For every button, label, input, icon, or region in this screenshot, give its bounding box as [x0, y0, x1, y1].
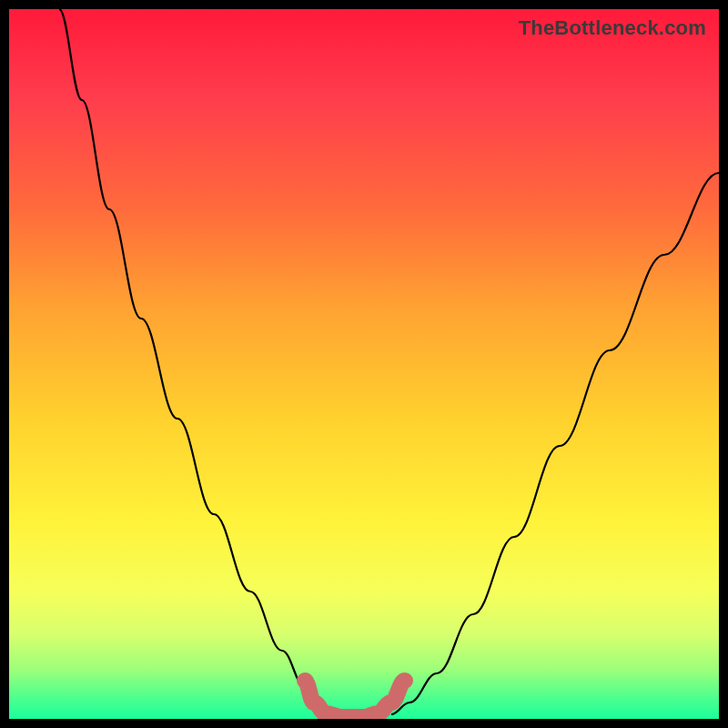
chart-svg: [9, 9, 719, 719]
chart-plot-area: TheBottleneck.com: [9, 9, 719, 719]
curve-left: [59, 9, 328, 714]
curve-valley-highlight: [305, 681, 405, 717]
curve-right: [391, 173, 719, 714]
chart-frame: TheBottleneck.com: [0, 0, 728, 728]
